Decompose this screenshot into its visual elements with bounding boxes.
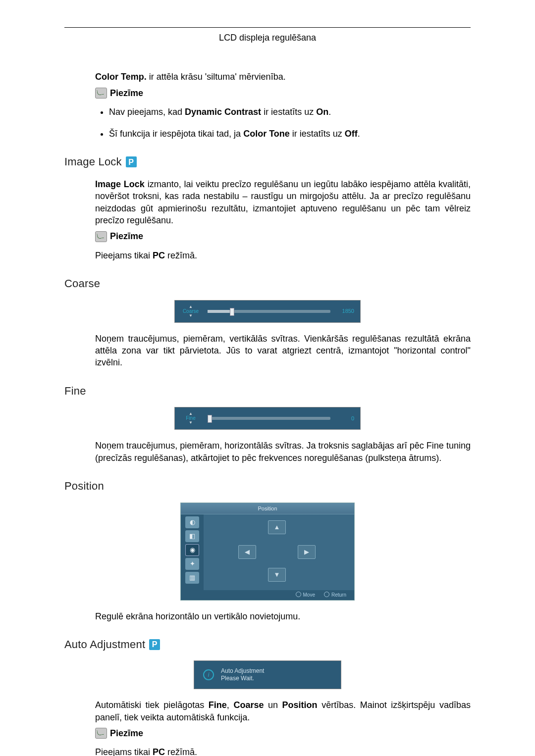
colortemp-intro-rest: ir attēla krāsu 'siltuma' mērvienība. (147, 72, 286, 82)
coarse-desc-text: Noņem traucējumus, piemēram, vertikālās … (95, 333, 471, 369)
pc-badge-icon: P (149, 639, 160, 650)
colortemp-bullets: Nav pieejams, kad Dynamic Contrast ir ie… (95, 106, 471, 140)
bullet-bold: Color Tone (243, 129, 290, 139)
auto-osd: i Auto Adjustment Please Wait. (194, 660, 341, 689)
position-osd-title: Position (181, 503, 354, 514)
imagelock-term: Image Lock (95, 179, 145, 189)
sidebar-icon: ◐ (185, 516, 199, 528)
auto-note-row: Piezīme (95, 727, 471, 739)
note-label: Piezīme (110, 230, 143, 242)
auto-desc: Automātiski tiek pielāgotas Fine, Coarse… (95, 699, 471, 723)
section-title-text: Auto Adjustment (64, 637, 145, 652)
note-icon (95, 88, 107, 99)
bullet-item: Nav pieejams, kad Dynamic Contrast ir ie… (109, 106, 471, 118)
bullet-text: Šī funkcija ir iespējota tikai tad, ja (109, 129, 243, 139)
fine-track (208, 417, 330, 420)
imagelock-pc-only: Pieejams tikai PC režīmā. (95, 250, 471, 261)
fine-desc: Noņem traucējumus, piemēram, horizontālā… (95, 440, 471, 464)
arrow-down-icon: ▼ (268, 568, 286, 582)
arrow-left-icon: ◀ (238, 545, 256, 559)
note-label: Piezīme (110, 87, 143, 99)
position-main: ▲ ◀ ▶ ▼ (204, 514, 354, 590)
auto-line1: Auto Adjustment (221, 667, 264, 675)
position-osd: Position ◐ ◧ ◉ ✦ ▥ ▲ ◀ ▶ ▼ Move Retur (180, 503, 355, 601)
page-header: LCD displeja regulēšana (64, 32, 471, 44)
fine-figure: ▲ Fine ▼ 0 (64, 407, 471, 430)
coarse-desc: Noņem traucējumus, piemēram, vertikālās … (95, 333, 471, 369)
bullet-text: . (358, 129, 360, 139)
section-title-text: Image Lock (64, 154, 122, 169)
colortemp-note-row: Piezīme (95, 87, 471, 99)
position-footer: Move Return (181, 590, 354, 600)
auto-osd-text: Auto Adjustment Please Wait. (221, 667, 264, 683)
note-icon (95, 231, 107, 242)
section-fine: Fine (64, 384, 471, 399)
bullet-text: . (328, 107, 331, 117)
auto-figure: i Auto Adjustment Please Wait. (64, 660, 471, 689)
auto-pc-only: Pieejams tikai PC režīmā. (95, 746, 471, 756)
bullet-bold: On (316, 107, 328, 117)
section-title-text: Fine (64, 384, 86, 399)
top-rule (64, 27, 471, 28)
bold: Coarse (233, 700, 264, 710)
position-figure: Position ◐ ◧ ◉ ✦ ▥ ▲ ◀ ▶ ▼ Move Retur (64, 503, 471, 601)
coarse-label: ▲ Coarse ▼ (181, 305, 201, 318)
coarse-value: 1850 (337, 307, 354, 315)
text: režīmā. (165, 251, 197, 260)
document-page: LCD displeja regulēšana Color Temp. ir a… (0, 0, 535, 756)
colortemp-intro: Color Temp. ir attēla krāsu 'siltuma' mē… (95, 71, 471, 83)
bold: Position (282, 700, 318, 710)
bullet-item: Šī funkcija ir iespējota tikai tad, ja C… (109, 128, 471, 140)
sidebar-icon: ▥ (185, 572, 199, 584)
position-sidebar: ◐ ◧ ◉ ✦ ▥ (181, 514, 204, 590)
info-icon: i (203, 669, 214, 680)
bold: Fine (209, 700, 227, 710)
sidebar-icon-active: ◉ (185, 544, 199, 556)
bullet-bold: Dynamic Contrast (185, 107, 261, 117)
colortemp-term: Color Temp. (95, 72, 147, 82)
text: un (264, 700, 282, 710)
coarse-track (208, 310, 330, 313)
text: Automātiski tiek pielāgotas (95, 700, 209, 710)
footer-return: Return (324, 592, 346, 599)
text: Pieejams tikai (95, 251, 153, 260)
auto-line2: Please Wait. (221, 675, 264, 683)
bullet-bold: Off (345, 129, 358, 139)
position-desc: Regulē ekrāna horizontālo un vertikālo n… (95, 610, 471, 622)
position-desc-text: Regulē ekrāna horizontālo un vertikālo n… (95, 610, 471, 622)
bullet-text: Nav pieejams, kad (109, 107, 185, 117)
arrow-down-icon: ▼ (189, 314, 193, 318)
arrow-down-icon: ▼ (189, 421, 193, 425)
coarse-osd: ▲ Coarse ▼ 1850 (174, 300, 361, 323)
coarse-fill (208, 310, 230, 313)
coarse-thumb (230, 308, 234, 316)
text: , (227, 700, 234, 710)
text: režīmā. (165, 747, 197, 756)
pc-bold: PC (153, 251, 165, 260)
section-position: Position (64, 479, 471, 494)
fine-label: ▲ Fine ▼ (181, 412, 201, 425)
fine-osd: ▲ Fine ▼ 0 (174, 407, 361, 430)
section-title-text: Position (64, 479, 104, 494)
footer-move: Move (296, 592, 315, 599)
section-coarse: Coarse (64, 276, 471, 291)
bullet-text: ir iestatīts uz (290, 129, 345, 139)
bullet-text: ir iestatīts uz (261, 107, 316, 117)
text: Pieejams tikai (95, 747, 153, 756)
note-label: Piezīme (110, 727, 143, 739)
section-title-text: Coarse (64, 276, 100, 291)
section-image-lock: Image Lock P (64, 154, 471, 169)
sidebar-icon: ◧ (185, 530, 199, 542)
position-body: ◐ ◧ ◉ ✦ ▥ ▲ ◀ ▶ ▼ (181, 514, 354, 590)
note-icon (95, 728, 107, 739)
pc-bold: PC (153, 747, 165, 756)
sidebar-icon: ✦ (185, 558, 199, 570)
imagelock-note-row: Piezīme (95, 230, 471, 242)
imagelock-rest: izmanto, lai veiktu precīzo regulēšanu u… (95, 179, 471, 225)
pc-badge-icon: P (126, 156, 137, 167)
coarse-figure: ▲ Coarse ▼ 1850 (64, 300, 471, 323)
imagelock-desc: Image Lock izmanto, lai veiktu precīzo r… (95, 178, 471, 226)
fine-thumb (208, 415, 212, 423)
fine-desc-text: Noņem traucējumus, piemēram, horizontālā… (95, 440, 471, 464)
fine-value: 0 (337, 415, 354, 422)
